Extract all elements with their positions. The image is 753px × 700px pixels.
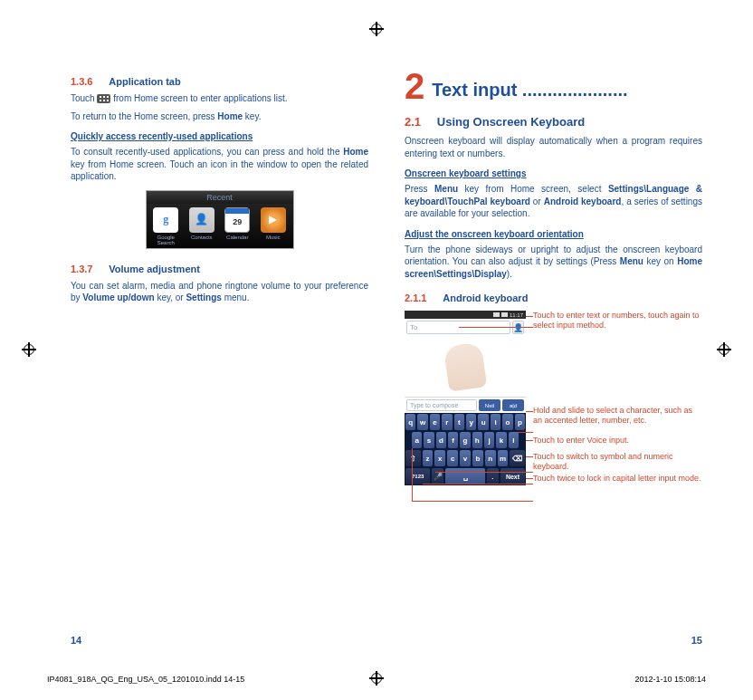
callout-hold-slide: Hold and slide to select a character, su… <box>533 406 702 427</box>
key-j: j <box>484 432 494 448</box>
onscreen-keyboard: q w e r t y u i o p a s d <box>405 413 526 485</box>
apps-grid-icon <box>97 94 110 103</box>
text-bold: Menu <box>620 256 643 266</box>
recent-cell-google: g Google Search <box>148 207 185 246</box>
chapter-title: Text input ..................... <box>432 80 627 101</box>
text: Press <box>405 184 434 194</box>
chapter-header: 2 Text input ..................... <box>405 68 702 104</box>
battery-icon <box>501 312 508 317</box>
text: key. <box>243 111 261 121</box>
key-t: t <box>454 414 464 430</box>
text: key on <box>643 256 677 266</box>
text-bold: Home <box>217 111 243 121</box>
section-number: 2.1 <box>405 115 421 129</box>
compose-field: Type to compose <box>406 399 477 411</box>
leader-line <box>526 316 533 317</box>
text-bold: Menu <box>434 184 458 194</box>
hand-icon <box>443 341 488 391</box>
text: menu. <box>222 292 250 302</box>
footer-timestamp: 2012-1-10 15:08:14 <box>634 675 706 684</box>
tag1: Nstl <box>479 399 500 411</box>
leader-line <box>526 440 533 441</box>
touch-hand-area <box>405 336 526 398</box>
text-bold: Settings <box>186 292 221 302</box>
section-number: 2.1.1 <box>405 292 426 303</box>
chapter-number: 2 <box>405 68 424 104</box>
key-s: s <box>424 432 434 448</box>
leader-line <box>526 456 533 457</box>
key-q: q <box>405 414 415 430</box>
key-i: i <box>491 414 500 430</box>
key-x: x <box>434 450 445 466</box>
paragraph: Onscreen keyboard will display automatic… <box>405 135 702 159</box>
calendar-day: 29 <box>233 218 242 227</box>
paragraph: Touch from Home screen to enter applicat… <box>71 92 368 105</box>
paragraph: You can set alarm, media and phone ringt… <box>71 280 368 304</box>
calendar-icon: 29 <box>224 207 250 233</box>
status-bar: 11:17 <box>405 311 526 319</box>
key-w: w <box>417 414 427 430</box>
key-backspace: ⌫ <box>510 450 525 466</box>
key-y: y <box>466 414 476 430</box>
text-bold: Android keyboard <box>544 197 622 206</box>
music-icon: ▶ <box>261 207 286 233</box>
key-row-2: a s d f g h j k l <box>405 431 526 449</box>
key-row-4: ?123 🎤 ␣ . Next <box>405 467 526 485</box>
subheading-recent: Quickly access recently-used application… <box>71 131 368 141</box>
leader-line <box>517 432 533 433</box>
recent-label: Music <box>266 235 281 240</box>
heading-1-3-7: 1.3.7 Volume adjustment <box>71 260 368 276</box>
key-symbols: ?123 <box>405 468 430 484</box>
section-title: Volume adjustment <box>109 264 200 274</box>
leader-line <box>412 501 533 502</box>
leader-line <box>435 472 533 473</box>
text: key, or <box>155 292 186 302</box>
paragraph: To consult recently-used applications, y… <box>71 146 368 183</box>
signal-icon <box>493 312 500 317</box>
recent-label: Google Search <box>157 235 175 246</box>
text: To consult recently-used applications, y… <box>71 147 343 157</box>
key-space: ␣ <box>445 468 484 484</box>
key-n: n <box>485 450 496 466</box>
registration-mark-icon <box>369 22 384 36</box>
callout-text-input: Touch to enter text or numbers, touch ag… <box>533 311 702 331</box>
registration-mark-icon <box>369 671 384 686</box>
key-k: k <box>496 432 506 448</box>
key-z: z <box>423 450 434 466</box>
page-number-left: 14 <box>71 635 81 646</box>
key-r: r <box>442 414 452 430</box>
text-bold: Volume up/down <box>82 292 154 302</box>
key-c: c <box>447 450 458 466</box>
recent-label: Contacts <box>191 235 213 240</box>
page-number-right: 15 <box>691 635 702 646</box>
keyboard-screenshot: 11:17 To 👤 Type to compose Nstl a|d q <box>405 311 526 492</box>
subheading-orientation: Adjust the onscreen keyboard orientation <box>405 229 702 239</box>
registration-mark-icon <box>717 342 731 357</box>
paragraph: Press Menu key from Home screen, select … <box>405 183 702 220</box>
recent-apps-window: Recent g Google Search 👤 Contacts 29 Cal… <box>146 190 294 249</box>
footer-file: IP4081_918A_QG_Eng_USA_05_1201010.indd 1… <box>47 675 244 684</box>
key-l: l <box>509 432 519 448</box>
heading-1-3-6: 1.3.6 Application tab <box>71 72 368 89</box>
recent-cell-music: ▶ Music <box>255 207 291 246</box>
section-title: Android keyboard <box>443 292 528 303</box>
leader-line <box>526 478 533 479</box>
leader-line <box>423 484 533 484</box>
text: To return to the Home screen, press <box>71 111 217 121</box>
leader-line <box>526 411 533 412</box>
heading-2-1: 2.1 Using Onscreen Keyboard <box>405 113 702 129</box>
key-voice: 🎤 <box>432 468 443 484</box>
key-h: h <box>472 432 482 448</box>
contacts-icon: 👤 <box>189 207 214 233</box>
key-row-1: q w e r t y u i o p <box>405 413 526 431</box>
android-keyboard-figure: 11:17 To 👤 Type to compose Nstl a|d q <box>405 311 702 519</box>
key-d: d <box>436 432 446 448</box>
callout-voice: Touch to enter Voice input. <box>533 436 702 446</box>
recent-label: Calendar <box>226 235 248 240</box>
callout-caps-lock: Touch twice to lock in capital letter in… <box>533 474 702 484</box>
text: Touch <box>71 93 97 103</box>
section-title: Using Onscreen Keyboard <box>437 115 585 129</box>
key-shift: ⇧ <box>405 450 421 466</box>
registration-mark-icon <box>22 342 36 357</box>
recent-header: Recent <box>147 191 293 204</box>
